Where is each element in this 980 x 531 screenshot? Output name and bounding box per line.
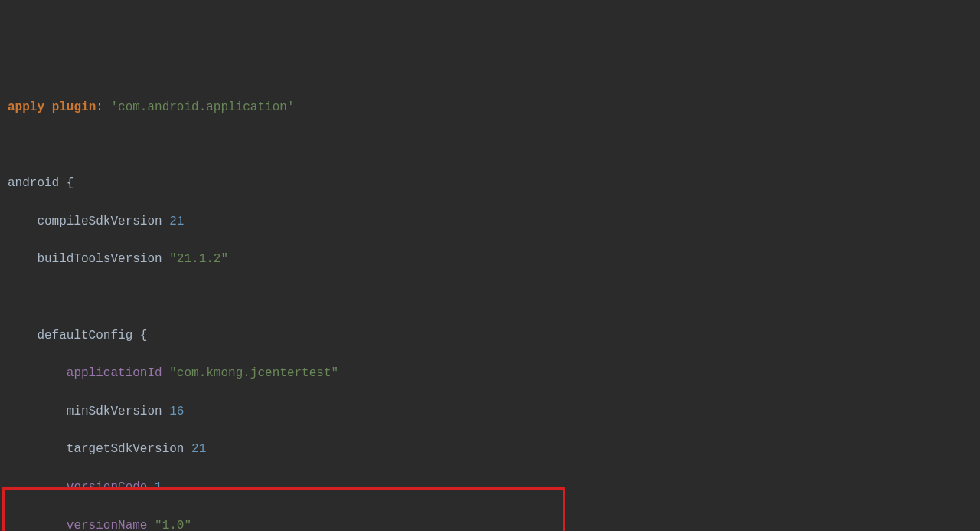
number-literal: 21 (191, 442, 206, 456)
code-line[interactable]: applicationId "com.kmong.jcentertest" (8, 364, 980, 383)
prop-build-tools: buildToolsVersion (37, 252, 162, 266)
code-line[interactable]: versionCode 1 (8, 478, 980, 497)
code-line[interactable]: minSdkVersion 16 (8, 402, 980, 421)
prop-version-name: versionName (67, 519, 148, 531)
code-line[interactable]: versionName "1.0" (8, 516, 980, 531)
prop-min-sdk: minSdkVersion (67, 405, 162, 418)
number-literal: 21 (169, 215, 184, 228)
code-line[interactable]: apply plugin: 'com.android.application' (8, 98, 980, 117)
prop-target-sdk: targetSdkVersion (67, 442, 185, 456)
string-literal: 'com.android.application' (110, 100, 294, 114)
keyword-plugin: plugin (52, 100, 96, 114)
code-line[interactable] (8, 288, 980, 307)
string-literal: "com.kmong.jcentertest" (169, 366, 338, 380)
keyword-apply: apply (8, 100, 44, 114)
prop-version-code: versionCode (67, 480, 148, 494)
code-line[interactable] (8, 136, 980, 156)
code-line[interactable]: buildToolsVersion "21.1.2" (8, 250, 980, 269)
block-android: android { (8, 176, 74, 190)
block-default-config: defaultConfig { (37, 329, 147, 343)
number-literal: 1 (155, 480, 162, 494)
code-line[interactable]: android { (8, 174, 980, 193)
code-line[interactable]: targetSdkVersion 21 (8, 440, 980, 459)
string-literal: "21.1.2" (169, 252, 228, 266)
code-line[interactable]: defaultConfig { (8, 326, 980, 346)
prop-application-id: applicationId (67, 366, 162, 380)
code-editor[interactable]: apply plugin: 'com.android.application' … (0, 76, 980, 531)
prop-compile-sdk: compileSdkVersion (37, 215, 162, 228)
code-line[interactable]: compileSdkVersion 21 (8, 212, 980, 231)
number-literal: 16 (169, 405, 184, 418)
string-literal: "1.0" (155, 519, 191, 531)
